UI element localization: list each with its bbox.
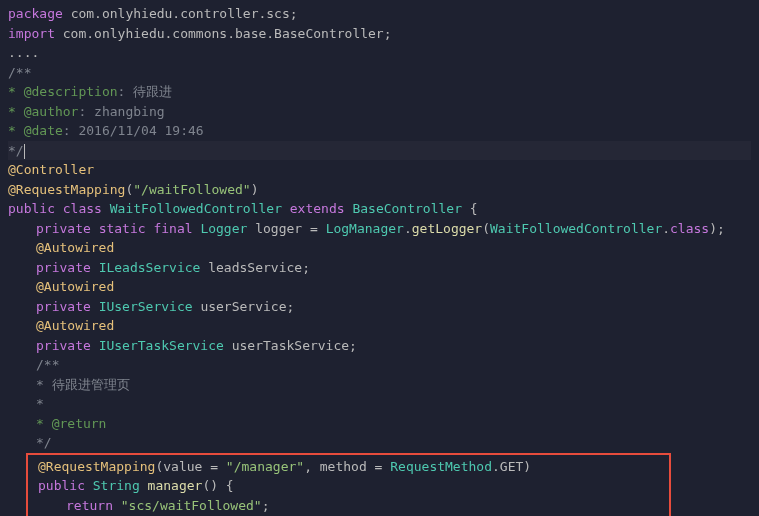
method-name: getLogger <box>412 221 482 236</box>
javadoc-line: * <box>8 394 751 414</box>
annotation: @Autowired <box>36 318 114 333</box>
code-line: .... <box>8 43 751 63</box>
doc-time: 19:46 <box>165 123 204 138</box>
keyword-import: import <box>8 26 55 41</box>
comment-text: */ <box>8 143 24 158</box>
code-line: import com.onlyhiedu.commons.base.BaseCo… <box>8 24 751 44</box>
keyword-package: package <box>8 6 63 21</box>
method-name: manager <box>148 478 203 493</box>
doc-tag: * @date <box>8 123 63 138</box>
doc-tag: * @author <box>8 104 78 119</box>
string-literal: "/waitFollowed" <box>133 182 250 197</box>
comment-text: * <box>36 396 44 411</box>
comment-text: /** <box>36 357 59 372</box>
keyword: private <box>36 299 91 314</box>
annotation: @Controller <box>8 162 94 177</box>
javadoc-end: */ <box>8 433 751 453</box>
keyword: static <box>99 221 146 236</box>
keyword: public <box>8 201 55 216</box>
doc-value: : 2016/11/04 <box>63 123 165 138</box>
type: IUserTaskService <box>99 338 224 353</box>
enum-value: GET <box>500 459 523 474</box>
annotation: @RequestMapping <box>8 182 125 197</box>
annotation-line: @Autowired <box>8 277 751 297</box>
javadoc-start: /** <box>8 63 751 83</box>
keyword: private <box>36 221 91 236</box>
keyword: public <box>38 478 85 493</box>
string-literal: "scs/waitFollowed" <box>121 498 262 513</box>
field-declaration: private ILeadsService leadsService; <box>8 258 751 278</box>
return-statement: return "scs/waitFollowed"; <box>28 496 669 516</box>
annotation-line: @Autowired <box>8 238 751 258</box>
javadoc-line: * 待跟进管理页 <box>8 375 751 395</box>
annotation-line: @RequestMapping("/waitFollowed") <box>8 180 751 200</box>
annotation-line: @Controller <box>8 160 751 180</box>
field-name: logger <box>255 221 302 236</box>
class-name: BaseController <box>352 201 462 216</box>
comment-text: */ <box>36 435 52 450</box>
keyword: class <box>63 201 102 216</box>
text-cursor <box>24 144 25 159</box>
doc-value: : zhangbing <box>78 104 164 119</box>
doc-value: * 待跟进管理页 <box>36 377 130 392</box>
class-declaration: public class WaitFollowedController exte… <box>8 199 751 219</box>
javadoc-line: * @return <box>8 414 751 434</box>
doc-value: : 待跟进 <box>118 84 173 99</box>
type: IUserService <box>99 299 193 314</box>
annotation: @RequestMapping <box>38 459 155 474</box>
keyword: private <box>36 338 91 353</box>
string-literal: "/manager" <box>226 459 304 474</box>
type: LogManager <box>326 221 404 236</box>
doc-tag: * @return <box>36 416 106 431</box>
class-name: WaitFollowedController <box>110 201 282 216</box>
keyword: final <box>153 221 192 236</box>
package-name: com.onlyhiedu.controller.scs <box>71 6 290 21</box>
keyword: class <box>670 221 709 236</box>
type: RequestMethod <box>390 459 492 474</box>
type: String <box>93 478 140 493</box>
annotation: @Autowired <box>36 279 114 294</box>
javadoc-line: * @author: zhangbing <box>8 102 751 122</box>
attr-key: method <box>320 459 367 474</box>
collapsed-dots: .... <box>8 45 39 60</box>
keyword: private <box>36 260 91 275</box>
javadoc-start: /** <box>8 355 751 375</box>
field-declaration: private IUserTaskService userTaskService… <box>8 336 751 356</box>
method-declaration: public String manager() { <box>28 476 669 496</box>
import-path: com.onlyhiedu.commons.base.BaseControlle… <box>63 26 384 41</box>
annotation-line: @Autowired <box>8 316 751 336</box>
javadoc-line: * @date: 2016/11/04 19:46 <box>8 121 751 141</box>
code-editor[interactable]: package com.onlyhiedu.controller.scs; im… <box>8 4 751 516</box>
field-name: userTaskService <box>232 338 349 353</box>
javadoc-end: */ <box>8 141 751 161</box>
field-declaration: private static final Logger logger = Log… <box>8 219 751 239</box>
field-name: userService <box>200 299 286 314</box>
keyword: extends <box>290 201 345 216</box>
attr-key: value <box>163 459 202 474</box>
comment-text: /** <box>8 65 31 80</box>
type: Logger <box>200 221 247 236</box>
highlighted-region: @RequestMapping(value = "/manager", meth… <box>26 453 671 517</box>
type: ILeadsService <box>99 260 201 275</box>
annotation: @Autowired <box>36 240 114 255</box>
javadoc-line: * @description: 待跟进 <box>8 82 751 102</box>
keyword: return <box>66 498 113 513</box>
code-line: package com.onlyhiedu.controller.scs; <box>8 4 751 24</box>
doc-tag: * @description <box>8 84 118 99</box>
annotation-line: @RequestMapping(value = "/manager", meth… <box>28 457 669 477</box>
class-ref: WaitFollowedController <box>490 221 662 236</box>
field-declaration: private IUserService userService; <box>8 297 751 317</box>
field-name: leadsService <box>208 260 302 275</box>
